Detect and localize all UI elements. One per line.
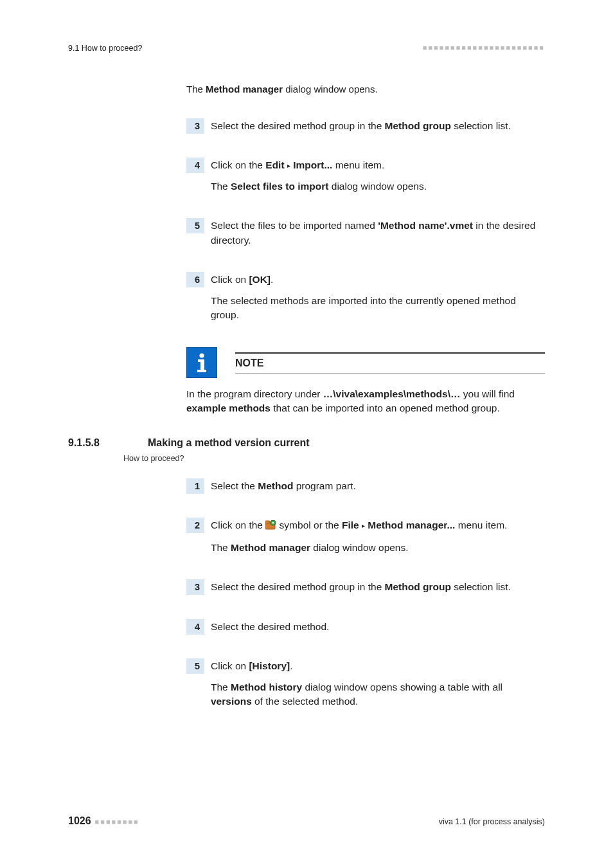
note-block: NOTE In the program directory under …\vi… (186, 347, 545, 416)
page-footer: 1026■■■■■■■■ viva 1.1 (for process analy… (68, 813, 545, 828)
footer-dots: ■■■■■■■■ (95, 818, 139, 826)
step-body: Select the desired method. (211, 619, 545, 640)
info-icon (186, 347, 217, 378)
step-body: Click on [OK]. The selected methods are … (211, 272, 545, 329)
step-body: Click on [History]. The Method history d… (211, 658, 545, 715)
howto-label: How to proceed? (123, 453, 545, 464)
section-number: 9.1.5.8 (68, 435, 148, 450)
step-number: 2 (186, 518, 204, 533)
svg-point-7 (272, 522, 274, 524)
svg-point-0 (199, 353, 204, 357)
step-body: Click on the symbol or the File ▸ Method… (211, 518, 545, 561)
step-body: Select the desired method group in the M… (211, 579, 545, 601)
running-header: 9.1 How to proceed? ■■■■■■■■■■■■■■■■■■■■… (68, 42, 545, 54)
step-b2: 2 Click on the symbol or the File ▸ Meth… (186, 518, 545, 561)
header-section: 9.1 How to proceed? (68, 42, 142, 54)
step-body: Click on the Edit ▸ Import... menu item.… (211, 158, 545, 200)
step-number: 1 (186, 478, 204, 494)
svg-rect-2 (200, 359, 204, 370)
header-dots: ■■■■■■■■■■■■■■■■■■■■■■ (423, 43, 545, 53)
step-6: 6 Click on [OK]. The selected methods ar… (186, 272, 545, 329)
step-5: 5 Select the files to be imported named … (186, 218, 545, 254)
step-body: Select the desired method group in the M… (211, 118, 545, 140)
step-b1: 1 Select the Method program part. (186, 478, 545, 500)
step-body: Select the files to be imported named 'M… (211, 218, 545, 254)
step-3: 3 Select the desired method group in the… (186, 118, 545, 140)
step-number: 4 (186, 158, 204, 173)
step-number: 5 (186, 658, 204, 674)
svg-rect-3 (197, 370, 206, 372)
step-number: 5 (186, 218, 204, 233)
step-body: Select the Method program part. (211, 478, 545, 500)
page-number: 1026■■■■■■■■ (68, 813, 139, 828)
section-title: Making a method version current (148, 435, 310, 450)
step-b3: 3 Select the desired method group in the… (186, 579, 545, 601)
step-number: 4 (186, 619, 204, 635)
method-manager-icon (265, 520, 276, 534)
note-title: NOTE (235, 352, 545, 374)
footer-right: viva 1.1 (for process analysis) (439, 816, 545, 827)
step-b4: 4 Select the desired method. (186, 619, 545, 640)
step-b5: 5 Click on [History]. The Method history… (186, 658, 545, 715)
section-heading: 9.1.5.8 Making a method version current (68, 435, 545, 450)
step-number: 3 (186, 579, 204, 595)
note-text: In the program directory under …\viva\ex… (186, 387, 545, 416)
svg-rect-5 (265, 521, 270, 523)
step-4: 4 Click on the Edit ▸ Import... menu ite… (186, 158, 545, 200)
step-number: 6 (186, 272, 204, 287)
intro-text: The Method manager dialog window opens. (186, 82, 545, 96)
step-number: 3 (186, 118, 204, 134)
